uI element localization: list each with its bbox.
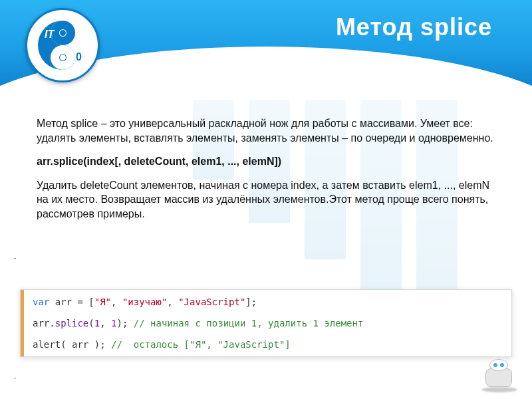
logo: IT 2.0 bbox=[25, 8, 100, 82]
code-content: var arr = ["Я", "изучаю", "JavaScript"];… bbox=[21, 290, 511, 356]
code-accent-stripe bbox=[21, 290, 24, 356]
code-block: var arr = ["Я", "изучаю", "JavaScript"];… bbox=[20, 289, 512, 357]
margin-dash: - bbox=[13, 253, 17, 263]
content: Метод splice – это универсальный расклад… bbox=[37, 116, 495, 231]
page-title: Метод splice bbox=[336, 13, 492, 41]
margin-dash: - bbox=[13, 372, 17, 383]
logo-yinyang: IT 2.0 bbox=[38, 21, 87, 70]
method-signature: arr.splice(index[, deleteCount, elem1, .… bbox=[37, 154, 495, 169]
logo-right-text: 2.0 bbox=[67, 51, 82, 63]
logo-left-text: IT bbox=[45, 29, 54, 41]
paragraph-details: Удалить deleteCount элементов, начиная с… bbox=[37, 178, 495, 221]
paragraph-intro: Метод splice – это универсальный расклад… bbox=[37, 116, 495, 145]
mascot-robot bbox=[479, 359, 519, 391]
